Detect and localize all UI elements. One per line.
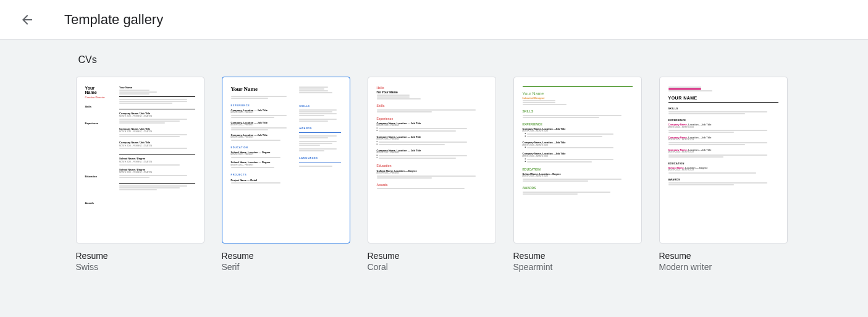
- template-title: Resume: [368, 251, 496, 261]
- preview-text: MONTH 20XX – PRESENT: [231, 112, 293, 114]
- template-thumbnail: Your Name Industrial Designer SKILLS EXP…: [513, 77, 642, 243]
- template-thumbnail: Your Name EXPERIENCE Company, Location —…: [222, 77, 350, 243]
- preview-text: MONTH 20XX – PRESENT, LOCATION: [119, 161, 195, 164]
- preview-heading: Experience: [377, 117, 487, 121]
- template-title: Resume: [222, 251, 350, 261]
- preview-text: MONTH 20XX – PRESENT: [377, 172, 487, 175]
- preview-name: YOUR NAME: [668, 95, 778, 101]
- template-cards-row: Your Name Creative Director Skills Exper…: [76, 77, 793, 272]
- page-title: Template gallery: [64, 12, 163, 28]
- template-subtitle: Swiss: [76, 262, 204, 272]
- preview-text: MONTH 20XX – PRESENT, LOCATION: [119, 116, 195, 118]
- preview-heading: Education: [377, 164, 487, 168]
- preview-text: Your Name: [119, 86, 195, 89]
- preview-name: I'm Your Name: [377, 90, 487, 95]
- preview-heading: EXPERIENCE: [231, 104, 293, 107]
- preview-text: MONTH 20XX – MONTH 20XX: [668, 169, 778, 172]
- preview-heading: SKILLS: [299, 104, 340, 108]
- preview-text: MONTH 20XX – PRESENT, LOCATION: [119, 131, 195, 133]
- preview-heading: Awards: [85, 201, 115, 205]
- preview-text: MONTH 20XX – PRESENT: [231, 154, 293, 156]
- arrow-left-icon: [20, 12, 35, 27]
- preview-text: MONTH 20XX – PRESENT, LOCATION: [119, 145, 195, 148]
- preview-heading: EXPERIENCE: [523, 122, 633, 127]
- template-thumbnail: Hello I'm Your Name Skills Experience Co…: [368, 77, 496, 243]
- preview-heading: Experience: [85, 122, 115, 125]
- template-subtitle: Spearmint: [513, 262, 642, 272]
- template-card-serif[interactable]: Your Name EXPERIENCE Company, Location —…: [222, 77, 350, 272]
- template-card-coral[interactable]: Hello I'm Your Name Skills Experience Co…: [368, 77, 496, 272]
- preview-heading: EDUCATION: [231, 146, 293, 149]
- preview-name: Name: [85, 90, 115, 95]
- template-title: Resume: [513, 251, 642, 261]
- preview-text: MONTH 20XX – PRESENT: [231, 124, 293, 127]
- template-subtitle: Coral: [368, 262, 496, 272]
- preview-text: MONTH 20XX – MONTH 20XX: [523, 175, 633, 178]
- preview-text: School Name / Degree: [119, 168, 195, 171]
- main-content: CVs Your Name Creative Director Skills E…: [0, 40, 868, 317]
- preview-text: MONTH 20XX – PRESENT: [231, 137, 293, 139]
- preview-text: MONTH 20XX – MONTH 20XX: [668, 151, 778, 154]
- template-title: Resume: [76, 251, 204, 261]
- preview-heading: Education: [85, 175, 115, 178]
- preview-name: Your: [85, 86, 115, 90]
- preview-heading: SKILLS: [523, 109, 633, 114]
- preview-name: Your Name: [523, 91, 633, 96]
- template-title: Resume: [659, 251, 788, 261]
- template-thumbnail: YOUR NAME SKILLS EXPERIENCE Company Name…: [659, 77, 788, 243]
- preview-text: Project Name — Detail: [231, 179, 293, 182]
- preview-heading: AWARDS: [668, 178, 778, 181]
- preview-heading: Awards: [377, 183, 487, 187]
- preview-text: MONTH 20XX – PRESENT: [231, 164, 293, 167]
- preview-heading: Skills: [85, 105, 115, 108]
- preview-heading: PROJECTS: [231, 173, 293, 176]
- back-button[interactable]: [15, 7, 40, 32]
- preview-heading: AWARDS: [523, 186, 633, 190]
- preview-heading: EDUCATION: [668, 162, 778, 165]
- header: Template gallery: [0, 0, 868, 40]
- template-card-swiss[interactable]: Your Name Creative Director Skills Exper…: [76, 77, 204, 272]
- preview-heading: SKILLS: [668, 107, 778, 110]
- preview-heading: EDUCATION: [523, 167, 633, 172]
- preview-name: Your Name: [231, 86, 293, 93]
- section-title: CVs: [76, 54, 793, 66]
- preview-text: School Name / Degree: [119, 157, 195, 160]
- preview-heading: Skills: [377, 104, 487, 108]
- preview-heading: EXPERIENCE: [668, 119, 778, 122]
- template-subtitle: Serif: [222, 262, 350, 272]
- template-subtitle: Modern writer: [659, 262, 788, 272]
- preview-role: Industrial Designer: [523, 96, 633, 99]
- preview-heading: LANGUAGES: [299, 156, 340, 159]
- preview-role: Creative Director: [85, 96, 115, 99]
- preview-heading: AWARDS: [299, 127, 340, 130]
- preview-text: MONTH 20XX – MONTH 20XX: [668, 127, 778, 129]
- template-card-spearmint[interactable]: Your Name Industrial Designer SKILLS EXP…: [513, 77, 642, 272]
- template-thumbnail: Your Name Creative Director Skills Exper…: [76, 77, 204, 243]
- preview-text: MONTH 20XX – PRESENT, LOCATION: [119, 172, 195, 174]
- template-card-modern-writer[interactable]: YOUR NAME SKILLS EXPERIENCE Company Name…: [659, 77, 788, 272]
- preview-text: MONTH 20XX – MONTH 20XX: [668, 139, 778, 142]
- preview-text: Company Name / Job Title: [119, 141, 195, 144]
